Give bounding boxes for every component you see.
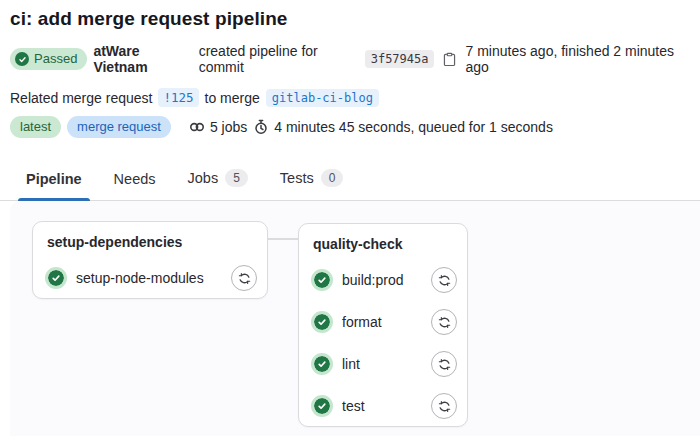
job-row-test[interactable]: test (311, 393, 457, 419)
stage-card-quality-check: quality-check build:prod (298, 223, 468, 427)
commit-sha-link[interactable]: 3f57945a (365, 50, 435, 68)
job-success-icon (311, 269, 333, 291)
stage-card-setup-dependencies: setup-dependencies setup-node-modules (32, 221, 268, 299)
job-row-format[interactable]: format (311, 309, 457, 335)
stage-title: quality-check (313, 236, 457, 252)
pipeline-header: ci: add merge request pipeline Passed at… (0, 0, 700, 138)
related-mr-text-middle: to merge (205, 90, 260, 106)
duration-label: 4 minutes 45 seconds, queued for 1 secon… (274, 119, 553, 135)
tab-needs[interactable]: Needs (106, 161, 164, 200)
related-mr-row: Related merge request !125 to merge gitl… (10, 88, 690, 107)
retry-icon (438, 316, 451, 329)
stage-title: setup-dependencies (47, 234, 257, 250)
job-name: format (342, 314, 431, 330)
branch-link[interactable]: gitlab-ci-blog (266, 89, 379, 107)
linked-rings-icon (189, 119, 205, 135)
retry-job-button[interactable] (431, 351, 457, 377)
job-success-icon (311, 395, 333, 417)
tab-pipeline[interactable]: Pipeline (18, 161, 90, 200)
tab-jobs-count-badge: 5 (225, 169, 248, 187)
copy-to-clipboard-icon (442, 52, 457, 67)
tab-tests-label: Tests (280, 170, 314, 186)
job-row-lint[interactable]: lint (311, 351, 457, 377)
retry-job-button[interactable] (231, 265, 257, 291)
job-row-setup-node-modules[interactable]: setup-node-modules (45, 265, 257, 291)
retry-icon (438, 400, 451, 413)
tab-tests[interactable]: Tests 0 (272, 159, 352, 200)
pipeline-time-info: 7 minutes ago, finished 2 minutes ago (465, 43, 690, 75)
retry-icon (438, 358, 451, 371)
job-success-icon (311, 311, 333, 333)
status-badge-label: Passed (34, 48, 77, 70)
jobs-count-item: 5 jobs (189, 119, 247, 135)
pipeline-author-link[interactable]: atWare Vietnam (93, 43, 192, 75)
duration-item: 4 minutes 45 seconds, queued for 1 secon… (253, 119, 553, 135)
job-row-build-prod[interactable]: build:prod (311, 267, 457, 293)
related-mr-text: Related merge request (10, 90, 152, 106)
job-name: setup-node-modules (76, 270, 231, 286)
merge-request-link[interactable]: !125 (158, 88, 198, 107)
status-badge: Passed (10, 48, 87, 70)
check-circle-icon (15, 52, 29, 66)
page-title: ci: add merge request pipeline (10, 8, 690, 30)
job-success-icon (45, 267, 67, 289)
retry-job-button[interactable] (431, 393, 457, 419)
job-success-icon (311, 353, 333, 375)
status-row: Passed atWare Vietnam created pipeline f… (10, 43, 690, 75)
copy-commit-sha-button[interactable] (440, 52, 459, 67)
pipeline-description: created pipeline for commit (199, 43, 359, 75)
retry-job-button[interactable] (431, 309, 457, 335)
pipeline-tabs: Pipeline Needs Jobs 5 Tests 0 (0, 159, 700, 201)
latest-badge: latest (10, 116, 61, 138)
stage-connector-line (268, 238, 298, 240)
tab-jobs[interactable]: Jobs 5 (180, 159, 256, 200)
tab-pipeline-label: Pipeline (26, 171, 82, 187)
pipeline-graph-panel: setup-dependencies setup-node-modules qu… (10, 201, 700, 436)
job-name: lint (342, 356, 431, 372)
merge-request-badge: merge request (67, 116, 171, 138)
tab-needs-label: Needs (114, 171, 156, 187)
tab-tests-count-badge: 0 (321, 169, 344, 187)
retry-job-button[interactable] (431, 267, 457, 293)
retry-icon (238, 272, 251, 285)
job-name: test (342, 398, 431, 414)
retry-icon (438, 274, 451, 287)
stopwatch-icon (253, 119, 269, 135)
job-name: build:prod (342, 272, 431, 288)
pipeline-meta-row: latest merge request 5 jobs 4 minutes 45… (10, 116, 690, 138)
tab-jobs-label: Jobs (188, 170, 219, 186)
jobs-count-label: 5 jobs (210, 119, 247, 135)
